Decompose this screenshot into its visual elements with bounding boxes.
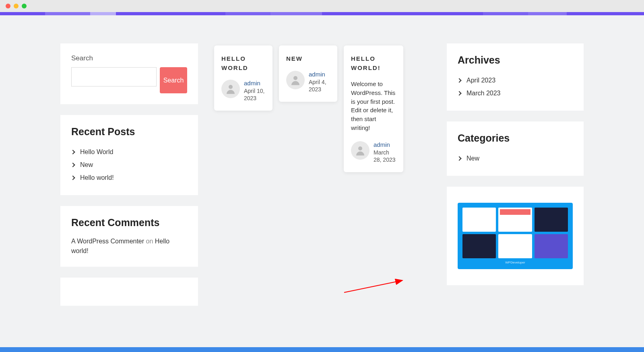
recent-posts-widget: Recent Posts Hello World New Hello world… xyxy=(60,115,198,195)
recent-posts-list: Hello World New Hello world! xyxy=(71,146,187,184)
author-name[interactable]: admin xyxy=(244,80,265,86)
list-item: New xyxy=(71,159,187,171)
comment-author-link[interactable]: A WordPress Commenter xyxy=(71,238,144,245)
recent-comments-title: Recent Comments xyxy=(71,217,187,228)
person-icon xyxy=(225,83,237,95)
archives-title: Archives xyxy=(458,54,573,66)
template-thumb xyxy=(498,208,532,232)
svg-point-0 xyxy=(229,85,233,89)
comment-item: A WordPress Commenter on Hello world! xyxy=(71,237,187,256)
post-date: March 28, 2023 xyxy=(374,149,396,163)
empty-widget xyxy=(60,278,198,306)
comment-on: on xyxy=(144,238,155,245)
search-label: Search xyxy=(71,54,187,62)
left-sidebar: Search Search Recent Posts Hello World N… xyxy=(60,43,198,346)
post-date: April 4, 2023 xyxy=(309,78,330,93)
archive-link[interactable]: April 2023 xyxy=(466,77,495,84)
category-link[interactable]: New xyxy=(466,155,479,162)
author-meta: admin April 4, 2023 xyxy=(309,71,330,93)
author-name[interactable]: admin xyxy=(309,71,330,78)
author-meta: admin April 10, 2023 xyxy=(244,80,265,102)
list-item: March 2023 xyxy=(458,87,573,100)
post-title: NEW xyxy=(286,54,330,64)
list-item: Hello World xyxy=(71,146,187,159)
recent-posts-title: Recent Posts xyxy=(71,126,187,138)
chevron-right-icon xyxy=(457,91,461,95)
template-footer-label: WPDeveloper xyxy=(462,261,568,264)
search-input[interactable] xyxy=(71,67,157,86)
minimize-icon[interactable] xyxy=(14,4,19,8)
list-item: Hello world! xyxy=(71,171,187,184)
chevron-right-icon xyxy=(457,156,461,161)
author-meta: admin March 28, 2023 xyxy=(374,141,396,163)
categories-widget: Categories New xyxy=(447,121,584,176)
right-sidebar: Archives April 2023 March 2023 Categorie… xyxy=(447,43,584,346)
template-showcase-image[interactable]: WPDeveloper xyxy=(458,203,573,269)
archive-link[interactable]: March 2023 xyxy=(466,90,501,97)
post-card[interactable]: NEW admin April 4, 2023 xyxy=(279,45,337,102)
author-row: admin March 28, 2023 xyxy=(351,141,396,163)
chevron-right-icon xyxy=(70,163,75,167)
list-item: April 2023 xyxy=(458,74,573,87)
template-thumb xyxy=(462,234,496,258)
maximize-icon[interactable] xyxy=(22,4,27,8)
bottom-accent-stripe xyxy=(0,347,644,352)
close-icon[interactable] xyxy=(6,4,10,8)
top-accent-stripe xyxy=(0,12,644,15)
template-thumb xyxy=(462,208,496,232)
page-content: Search Search Recent Posts Hello World N… xyxy=(0,15,644,346)
post-title: HELLO WORLD xyxy=(221,54,265,72)
recent-post-link[interactable]: Hello World xyxy=(80,148,113,156)
svg-point-2 xyxy=(358,146,362,150)
person-icon xyxy=(289,74,301,86)
avatar xyxy=(286,71,305,89)
post-card[interactable]: HELLO WORLD! Welcome to WordPress. This … xyxy=(344,45,403,172)
template-thumb xyxy=(498,234,532,258)
archives-widget: Archives April 2023 March 2023 xyxy=(447,43,584,111)
archives-list: April 2023 March 2023 xyxy=(458,74,573,100)
post-date: April 10, 2023 xyxy=(244,87,265,102)
categories-title: Categories xyxy=(458,132,573,144)
post-excerpt: Welcome to WordPress. This is your first… xyxy=(351,80,396,132)
recent-post-link[interactable]: New xyxy=(80,161,93,169)
recent-post-link[interactable]: Hello world! xyxy=(80,174,114,181)
list-item: New xyxy=(458,152,573,165)
browser-chrome xyxy=(0,0,644,12)
post-card[interactable]: HELLO WORLD admin April 10, 2023 xyxy=(214,45,272,111)
post-title: HELLO WORLD! xyxy=(351,54,396,72)
image-widget: WPDeveloper xyxy=(447,187,584,285)
author-row: admin April 10, 2023 xyxy=(221,80,265,102)
recent-comments-widget: Recent Comments A WordPress Commenter on… xyxy=(60,206,198,267)
categories-list: New xyxy=(458,152,573,165)
person-icon xyxy=(354,144,366,156)
author-name[interactable]: admin xyxy=(374,141,396,148)
chevron-right-icon xyxy=(70,150,75,154)
svg-point-1 xyxy=(293,76,297,80)
search-row: Search xyxy=(71,67,187,93)
main-posts: HELLO WORLD admin April 10, 2023 NEW adm… xyxy=(214,45,431,346)
template-thumb xyxy=(535,234,568,258)
chevron-right-icon xyxy=(457,78,461,82)
author-row: admin April 4, 2023 xyxy=(286,71,330,93)
search-button[interactable]: Search xyxy=(160,67,187,93)
template-thumb xyxy=(535,208,568,232)
chevron-right-icon xyxy=(70,175,75,180)
avatar xyxy=(351,141,369,160)
search-widget: Search Search xyxy=(60,43,198,104)
avatar xyxy=(221,80,240,98)
